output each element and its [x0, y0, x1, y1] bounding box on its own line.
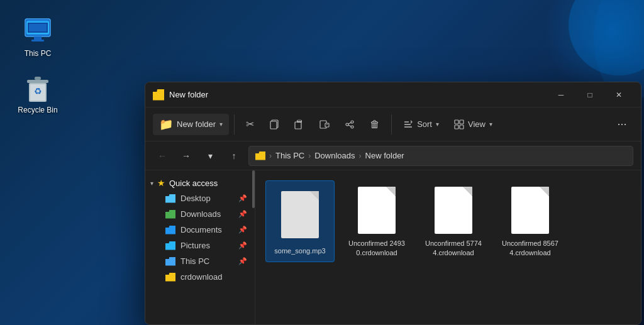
new-folder-icon: 📁 [159, 118, 173, 131]
svg-rect-12 [27, 80, 48, 83]
sidebar-item-desktop[interactable]: Desktop 📌 [148, 190, 252, 206]
sort-button[interactable]: Sort ▾ [397, 116, 445, 133]
this-pc-label: This PC [25, 49, 52, 58]
svg-point-24 [346, 123, 348, 126]
paste-icon [294, 119, 304, 129]
desktop-icon-this-pc[interactable]: This PC [13, 13, 63, 62]
sort-icon [403, 119, 413, 129]
delete-button[interactable]: 🗑 [364, 115, 386, 134]
path-item-new-folder[interactable]: New folder [365, 151, 404, 160]
file-item-unconfirmed3[interactable]: Unconfirmed 85674.crdownload [496, 180, 565, 262]
svg-line-26 [348, 125, 351, 126]
desktop-folder-icon [165, 194, 175, 203]
svg-rect-31 [460, 120, 464, 124]
view-label: View [468, 119, 486, 129]
crdownload-folder-icon [165, 273, 175, 282]
rename-icon [319, 119, 330, 129]
monitor-icon [23, 16, 53, 47]
svg-line-25 [348, 123, 351, 124]
back-button[interactable]: ← [153, 146, 172, 165]
recent-button[interactable]: ▾ [201, 146, 219, 165]
new-folder-label: New folder [177, 119, 216, 129]
recycle-bin-icon: ♻ [23, 73, 53, 103]
svg-rect-33 [460, 125, 464, 129]
sidebar-documents-label: Documents [180, 225, 222, 234]
close-button[interactable]: ✕ [604, 85, 633, 105]
cut-icon: ✂ [246, 118, 254, 130]
this-pc-pin-icon: 📌 [238, 257, 247, 265]
unconfirmed3-icon-wrap [508, 185, 553, 235]
address-bar: ← → ▾ ↑ › This PC › Downloads › New fold… [145, 141, 641, 170]
explorer-window: New folder ─ □ ✕ 📁 New folder ▾ ✂ [145, 82, 641, 325]
sidebar-this-pc-label: This PC [180, 256, 209, 266]
pictures-folder-icon [165, 241, 175, 250]
path-item-downloads[interactable]: Downloads [314, 151, 355, 160]
address-path[interactable]: › This PC › Downloads › New folder [248, 146, 633, 166]
copy-icon [269, 119, 279, 129]
delete-icon: 🗑 [370, 119, 380, 130]
more-options-button[interactable]: ··· [611, 113, 633, 136]
this-pc-sidebar-icon [165, 257, 175, 266]
svg-rect-6 [31, 40, 44, 41]
unconfirmed1-icon-wrap [354, 185, 399, 235]
toolbar-separator-1 [234, 114, 235, 135]
cut-button[interactable]: ✂ [240, 114, 260, 134]
unconfirmed3-file-icon [511, 187, 549, 234]
content-area: some_song.mp3 Unconfirmed 24930.crdownlo… [255, 170, 641, 324]
unconfirmed2-file-icon [435, 187, 472, 234]
quick-access-label: Quick access [169, 179, 218, 188]
sidebar-item-pictures[interactable]: Pictures 📌 [148, 238, 252, 253]
title-folder-icon [153, 89, 164, 101]
title-bar-title: New folder [169, 90, 208, 99]
sidebar-item-documents[interactable]: Documents 📌 [148, 222, 252, 238]
svg-point-23 [351, 126, 353, 128]
scroll-indicator [252, 170, 255, 208]
title-bar: New folder ─ □ ✕ [145, 82, 641, 107]
sidebar-downloads-label: Downloads [180, 209, 221, 219]
quick-access-star-icon: ★ [157, 178, 165, 188]
up-button[interactable]: ↑ [225, 146, 243, 165]
path-folder-icon [255, 151, 265, 160]
pictures-pin-icon: 📌 [238, 241, 247, 250]
recycle-bin-label: Recycle Bin [18, 106, 57, 114]
share-icon [345, 119, 355, 129]
svg-point-0 [569, 0, 644, 75]
svg-rect-13 [35, 77, 41, 80]
svg-rect-18 [297, 119, 301, 121]
sidebar-item-this-pc[interactable]: This PC 📌 [148, 253, 252, 269]
desktop-pin-icon: 📌 [238, 194, 247, 202]
svg-rect-5 [34, 36, 42, 40]
unconfirmed1-file-icon [358, 187, 396, 234]
sidebar-item-downloads[interactable]: Downloads 📌 [148, 206, 252, 222]
svg-rect-32 [455, 125, 458, 129]
share-button[interactable] [338, 116, 361, 133]
file-item-some-song[interactable]: some_song.mp3 [265, 180, 335, 262]
file-item-unconfirmed2[interactable]: Unconfirmed 57744.crdownload [419, 180, 488, 262]
sidebar-crdownload-label: crdownload [180, 272, 223, 282]
desktop-icon-recycle-bin[interactable]: ♻ Recycle Bin [13, 69, 63, 118]
svg-point-22 [351, 121, 353, 123]
sidebar-pictures-label: Pictures [180, 241, 210, 250]
path-item-this-pc[interactable]: This PC [275, 151, 304, 160]
view-button[interactable]: View ▾ [448, 116, 499, 133]
paste-button[interactable] [288, 116, 311, 133]
sidebar-item-crdownload[interactable]: crdownload [148, 269, 252, 285]
minimize-button[interactable]: ─ [547, 85, 575, 105]
sidebar-section-quick-access[interactable]: ▾ ★ Quick access [145, 175, 255, 190]
copy-button[interactable] [263, 116, 286, 133]
maximize-button[interactable]: □ [575, 85, 604, 105]
downloads-pin-icon: 📌 [238, 210, 247, 218]
main-content: ▾ ★ Quick access Desktop 📌 Downloads 📌 D… [145, 170, 641, 324]
forward-button[interactable]: → [177, 146, 196, 165]
new-folder-button[interactable]: 📁 New folder ▾ [153, 114, 229, 135]
unconfirmed1-filename: Unconfirmed 24930.crdownload [346, 239, 408, 257]
svg-rect-15 [270, 121, 277, 129]
documents-folder-icon [165, 226, 175, 234]
toolbar-separator-2 [391, 114, 392, 135]
rename-button[interactable] [313, 116, 336, 133]
downloads-folder-icon [165, 210, 175, 219]
file-item-unconfirmed1[interactable]: Unconfirmed 24930.crdownload [342, 180, 411, 262]
unconfirmed2-icon-wrap [431, 185, 476, 235]
some-song-icon-wrap [277, 186, 323, 243]
svg-rect-30 [455, 120, 458, 124]
